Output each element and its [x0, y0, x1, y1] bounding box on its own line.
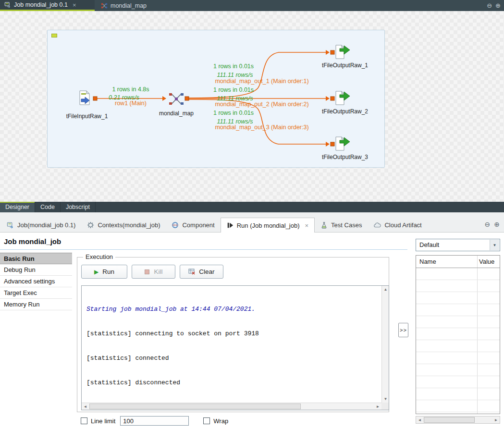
connection-name-label[interactable]: mondial_map_out_3 (Main order:3) [215, 124, 308, 131]
editor-tab-mondial-map[interactable]: mondial_map [97, 0, 151, 11]
component-label[interactable]: tFileOutputRaw_2 [322, 108, 368, 115]
close-icon[interactable]: × [73, 1, 76, 9]
scroll-right-icon[interactable]: ► [492, 417, 500, 424]
sidebar-item-target-exec[interactable]: Target Exec [0, 287, 72, 299]
run-view: Job mondial_job Basic Run Debug Run Adva… [0, 233, 504, 429]
tab-cloud-artifact[interactable]: Cloud Artifact [368, 218, 427, 232]
scrollbar-thumb[interactable] [89, 404, 301, 409]
table-row [416, 280, 500, 292]
table-row [416, 376, 500, 388]
port-input-out[interactable] [93, 97, 97, 100]
maximize-icon[interactable]: ⊕ [495, 2, 501, 9]
kill-icon [144, 269, 150, 275]
component-tfileoutputraw-1[interactable] [334, 44, 350, 60]
table-row [416, 292, 500, 304]
clear-button[interactable]: Clear [180, 265, 223, 279]
scroll-up-icon[interactable]: ▲ [382, 286, 389, 293]
table-row [416, 364, 500, 376]
designer-tab-bar: Designer Code Jobscript [0, 202, 504, 212]
context-variables-table[interactable]: Name Value [416, 255, 500, 414]
component-label[interactable]: mondial_map [159, 110, 194, 117]
connection-name-label[interactable]: row1 (Main) [115, 100, 147, 107]
tab-cloud-artifact-label: Cloud Artifact [384, 221, 421, 229]
sidebar-item-basic-run[interactable]: Basic Run [0, 253, 72, 264]
sidebar-item-memory-run[interactable]: Memory Run [0, 299, 72, 310]
run-icon [227, 222, 234, 229]
tab-job-view-label: Job(mondial_job 0.1) [17, 221, 75, 229]
connection-name-label[interactable]: mondial_map_out_1 (Main order:1) [215, 78, 308, 85]
execution-console[interactable]: Starting job mondial_job at 14:44 07/04/… [81, 285, 389, 410]
view-tabs: Job(mondial_job 0.1) Contexts(mondial_jo… [1, 218, 428, 232]
console-horizontal-scrollbar[interactable]: ◄ ► [82, 403, 381, 410]
component-tfileoutputraw-3[interactable] [334, 135, 350, 152]
line-limit-input[interactable] [120, 416, 189, 426]
component-mondial-map[interactable] [168, 91, 184, 107]
component-tfileinputraw-1[interactable] [77, 90, 93, 106]
sidebar-item-debug-run[interactable]: Debug Run [0, 264, 72, 276]
component-label[interactable]: tFileInputRaw_1 [66, 113, 108, 120]
editor-tab-bar: Job mondial_job 0.1 × mondial_map ⊖ ⊕ [0, 0, 504, 11]
table-header: Name Value [416, 256, 500, 268]
tab-test-cases[interactable]: Test Cases [315, 218, 368, 232]
editor-tab-job-label: Job mondial_job 0.1 [14, 1, 68, 8]
connection-out1[interactable] [187, 52, 329, 98]
design-canvas[interactable]: tFileInputRaw_1 mondial_map tFileOutputR… [0, 11, 504, 202]
component-label[interactable]: tFileOutputRaw_3 [322, 154, 368, 160]
run-button[interactable]: ▶ Run [81, 265, 127, 279]
scroll-left-icon[interactable]: ◄ [82, 403, 89, 410]
connection-stats: 1 rows in 0.01s [213, 63, 254, 70]
scrollbar-thumb[interactable] [424, 417, 475, 423]
component-tfileoutputraw-2[interactable] [334, 90, 350, 106]
table-row [416, 316, 500, 328]
tfileinputraw-icon [77, 90, 93, 106]
close-icon[interactable]: × [305, 222, 309, 229]
console-vertical-scrollbar[interactable]: ▲ ▼ [381, 286, 389, 403]
connection-rate: 111.11 rows/s [217, 72, 253, 78]
minimize-icon[interactable]: ⊖ [487, 2, 492, 9]
tab-contexts-label: Contexts(mondial_job) [98, 221, 160, 229]
component-label[interactable]: tFileOutputRaw_1 [322, 62, 368, 69]
tab-code[interactable]: Code [35, 202, 61, 212]
tab-run-label: Run (Job mondial_job) [237, 222, 300, 229]
arrowhead-out3 [326, 142, 330, 147]
tab-jobscript[interactable]: Jobscript [61, 202, 96, 212]
tab-component-label: Component [182, 221, 214, 229]
view-window-controls: ⊖ ⊕ [485, 221, 500, 228]
test-cases-icon [320, 221, 328, 229]
clear-icon [188, 269, 195, 275]
tab-run[interactable]: Run (Job mondial_job) × [221, 218, 315, 233]
tab-component[interactable]: Component [166, 218, 220, 232]
scroll-down-icon[interactable]: ▼ [382, 395, 389, 403]
connection-stats: 1 rows in 0.01s [213, 86, 254, 93]
expand-panel-button[interactable]: >> [398, 323, 408, 337]
tab-job-view[interactable]: Job(mondial_job 0.1) [1, 218, 81, 232]
execution-group: Execution ▶ Run Kill Clear Starting job … [77, 257, 389, 412]
kill-button-label: Kill [154, 268, 162, 275]
connection-stats: 1 rows in 0.01s [213, 110, 254, 116]
editor-tab-map-label: mondial_map [111, 2, 147, 9]
connection-name-label[interactable]: mondial_map_out_2 (Main order:2) [215, 101, 308, 108]
wrap-checkbox[interactable] [203, 417, 210, 424]
arrowhead-out2 [326, 96, 330, 101]
table-row [416, 328, 500, 340]
tab-designer[interactable]: Designer [0, 202, 35, 212]
run-button-label: Run [102, 268, 114, 275]
cloud-icon [373, 221, 381, 229]
title-divider [0, 249, 407, 250]
execution-legend: Execution [83, 253, 115, 260]
chevron-down-icon[interactable]: ▼ [490, 240, 499, 250]
editor-tab-job[interactable]: Job mondial_job 0.1 × [0, 0, 95, 11]
context-select[interactable]: Default ▼ [416, 239, 500, 251]
port-map-out[interactable] [185, 97, 189, 100]
kill-button[interactable]: Kill [132, 265, 175, 279]
context-horizontal-scrollbar[interactable]: ◄ ► [416, 416, 500, 424]
console-line: [statistics] connected [86, 354, 378, 362]
line-limit-checkbox[interactable] [81, 417, 87, 424]
tab-contexts[interactable]: Contexts(mondial_job) [81, 218, 166, 232]
scroll-left-icon[interactable]: ◄ [416, 417, 423, 424]
scroll-right-icon[interactable]: ► [374, 403, 381, 410]
console-line: [statistics] disconnected [86, 379, 378, 387]
sidebar-item-advanced-settings[interactable]: Advanced settings [0, 276, 72, 287]
maximize-icon[interactable]: ⊕ [494, 221, 500, 228]
minimize-icon[interactable]: ⊖ [485, 221, 491, 228]
